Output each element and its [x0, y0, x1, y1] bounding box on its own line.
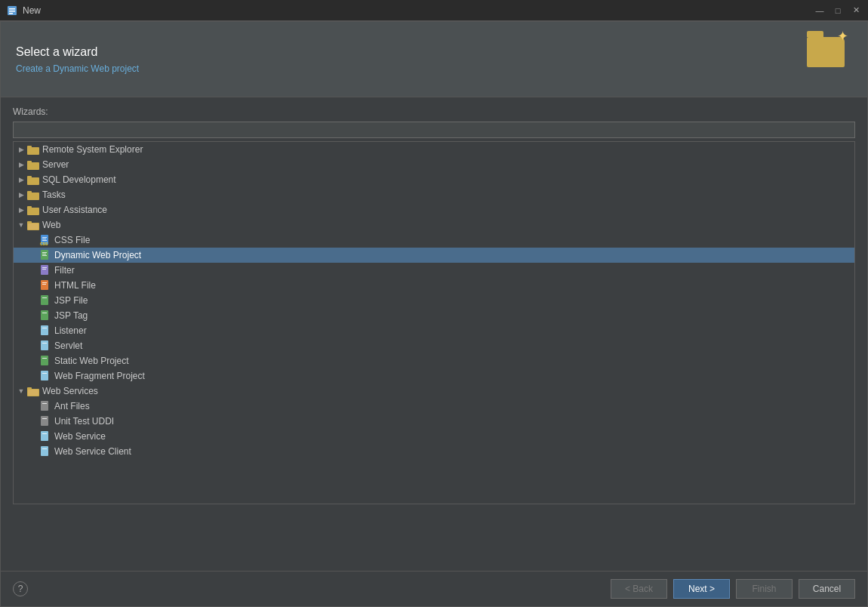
svg-rect-34 [42, 297, 47, 298]
tree-item-dynamic-web-project[interactable]: Dynamic Web Project [14, 248, 854, 263]
tree-item-web[interactable]: Web [14, 217, 854, 233]
back-button[interactable]: < Back [611, 579, 667, 599]
file-icon-jsp-tag [39, 310, 51, 322]
leaf-spacer [29, 281, 38, 290]
tree-label: Web Service [54, 431, 106, 442]
tree-label: User Assistance [42, 205, 107, 215]
finish-button[interactable]: Finish [736, 579, 793, 599]
tree-item-jsp-tag[interactable]: JSP Tag [14, 308, 854, 323]
leaf-spacer [29, 266, 38, 275]
tree-label: CSS File [54, 235, 90, 245]
tree-item-filter[interactable]: Filter [14, 263, 854, 278]
window-icon [6, 5, 18, 17]
svg-rect-8 [27, 161, 32, 164]
tree-item-static-web-project[interactable]: Static Web Project [14, 353, 854, 368]
file-icon-css: CSS [39, 234, 51, 246]
tree-item-web-service-client[interactable]: Web Service Client [14, 444, 854, 459]
cancel-button[interactable]: Cancel [799, 579, 855, 599]
tree-item-remote-system-explorer[interactable]: Remote System Explorer [14, 142, 854, 157]
svg-rect-44 [42, 373, 47, 374]
svg-rect-43 [41, 371, 48, 381]
tree-item-servlet[interactable]: Servlet [14, 338, 854, 353]
svg-rect-12 [27, 191, 32, 194]
svg-rect-30 [41, 280, 48, 290]
svg-rect-32 [42, 284, 46, 285]
tree-item-tasks[interactable]: Tasks [14, 187, 854, 202]
dialog-header: Select a wizard Create a Dynamic Web pro… [1, 22, 867, 97]
search-input[interactable] [13, 122, 855, 138]
tree-item-web-service[interactable]: Web Service [14, 429, 854, 444]
tree-label: Filter [54, 265, 75, 276]
svg-rect-20 [42, 239, 46, 239]
folder-icon [27, 145, 39, 155]
next-button[interactable]: Next > [673, 579, 730, 599]
file-icon-web-service-client [39, 445, 51, 458]
tree-label: Web [42, 220, 60, 230]
leaf-spacer [29, 356, 38, 365]
tree-item-web-services[interactable]: Web Services [14, 384, 854, 399]
tree-label: JSP Tag [54, 310, 88, 321]
svg-rect-36 [42, 313, 47, 313]
folder-icon-web-services [27, 387, 39, 396]
svg-rect-35 [41, 310, 48, 320]
folder-icon-open [27, 220, 39, 230]
tree-label: Listener [54, 325, 87, 336]
tree-container[interactable]: Remote System Explorer Server SQL Develo… [13, 141, 855, 504]
svg-rect-21 [42, 240, 47, 241]
tree-label: Unit Test UDDI [54, 416, 114, 427]
svg-text:CSS: CSS [40, 242, 48, 246]
help-button[interactable]: ? [13, 581, 28, 596]
svg-rect-47 [28, 390, 38, 396]
tree-label: Dynamic Web Project [54, 250, 141, 260]
close-button[interactable]: ✕ [850, 5, 862, 17]
tree-label: Web Service Client [54, 446, 131, 457]
wizard-icon: ✦ [807, 37, 845, 67]
svg-rect-53 [42, 433, 47, 434]
tree-item-user-assistance[interactable]: User Assistance [14, 202, 854, 217]
tree-item-unit-test-uddi[interactable]: Unit Test UDDI [14, 414, 854, 429]
tree-item-html-file[interactable]: HTML File [14, 278, 854, 293]
tree-item-web-fragment-project[interactable]: Web Fragment Project [14, 368, 854, 384]
folder-icon [27, 190, 39, 200]
svg-rect-24 [42, 252, 47, 253]
expand-arrow-user-assistance [17, 205, 26, 214]
tree-item-listener[interactable]: Listener [14, 323, 854, 338]
expand-arrow-sql [17, 175, 26, 184]
file-icon-web-service [39, 430, 51, 442]
expand-arrow-server [17, 160, 26, 169]
svg-rect-49 [42, 403, 47, 404]
file-icon-listener [39, 325, 51, 337]
expand-arrow-web [17, 220, 26, 230]
tree-label: Servlet [54, 340, 82, 351]
svg-rect-1 [9, 8, 15, 10]
maximize-button[interactable]: □ [832, 5, 844, 17]
dialog: Select a wizard Create a Dynamic Web pro… [0, 21, 868, 607]
tree-label: Web Services [42, 386, 98, 396]
tree-item-css-file[interactable]: CSS CSS File [14, 233, 854, 248]
minimize-button[interactable]: — [814, 5, 826, 17]
svg-rect-51 [42, 418, 47, 419]
empty-area [1, 510, 867, 571]
svg-rect-54 [41, 446, 48, 456]
svg-rect-27 [41, 265, 48, 275]
leaf-spacer [29, 417, 38, 426]
file-icon-static-web [39, 355, 51, 367]
tree-item-server[interactable]: Server [14, 157, 854, 172]
svg-rect-23 [41, 250, 48, 260]
file-icon-dynamic-web [39, 249, 51, 261]
tree-item-jsp-file[interactable]: JSP File [14, 293, 854, 308]
window-controls[interactable]: — □ ✕ [814, 5, 862, 17]
folder-icon [27, 160, 39, 170]
svg-rect-40 [42, 343, 47, 344]
expand-arrow-remote [17, 145, 26, 154]
folder-icon [27, 175, 39, 185]
header-text: Select a wizard Create a Dynamic Web pro… [16, 45, 139, 74]
tree-item-ant-files[interactable]: Ant Files [14, 399, 854, 414]
file-icon-web-fragment [39, 370, 51, 382]
svg-rect-2 [9, 11, 15, 12]
leaf-spacer [29, 402, 38, 411]
svg-rect-3 [9, 13, 13, 14]
leaf-spacer [29, 236, 38, 245]
tree-label: HTML File [54, 280, 96, 291]
tree-item-sql-development[interactable]: SQL Development [14, 172, 854, 187]
